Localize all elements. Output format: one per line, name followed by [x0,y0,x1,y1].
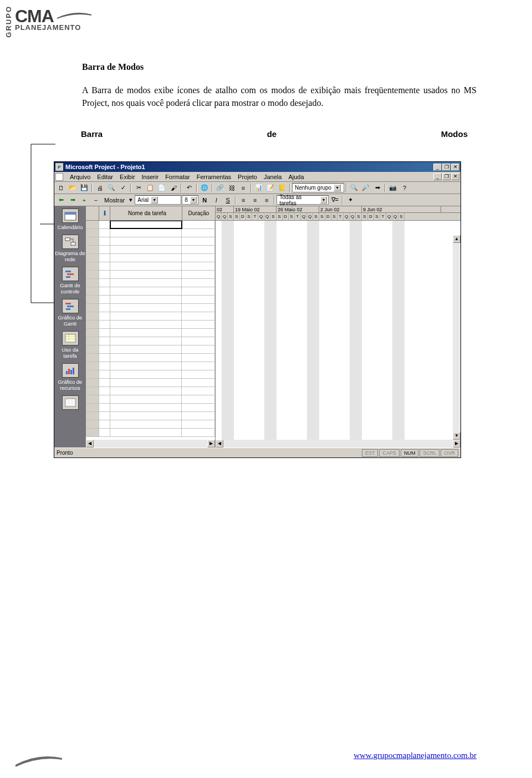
scroll-right-button[interactable]: ▶ [207,440,215,448]
duration-header[interactable]: Duração [182,206,216,220]
view-uso-tarefa[interactable]: Uso da tarefa [54,331,86,359]
table-row[interactable] [86,254,215,262]
zoom-out-button[interactable]: 🔎 [360,183,371,193]
table-row[interactable] [86,370,215,379]
outdent-button[interactable]: ⬅ [55,195,66,205]
task-table[interactable] [86,221,216,448]
table-row[interactable] [86,229,215,237]
menu-ferramentas[interactable]: Ferramentas [193,174,234,180]
table-row[interactable] [86,312,215,321]
doc-minimize-button[interactable]: _ [433,173,442,180]
table-row[interactable] [86,395,215,404]
table-row[interactable] [86,412,215,420]
paste-button[interactable]: 📄 [156,183,167,193]
table-row[interactable] [86,387,215,395]
table-row[interactable] [86,221,215,229]
table-row[interactable] [86,262,215,271]
copy-button[interactable]: 📋 [145,183,156,193]
view-more[interactable] [54,395,86,411]
hide-subtasks-button[interactable]: − [90,195,101,205]
menu-projeto[interactable]: Projeto [234,174,260,180]
show-dropdown[interactable]: ▾ [127,195,134,205]
spellcheck-button[interactable]: ✓ [117,183,129,193]
table-row[interactable] [86,354,215,362]
info-button[interactable]: 📊 [253,183,264,193]
notes-button[interactable]: 📝 [265,183,276,193]
new-button[interactable]: 🗋 [55,183,66,193]
table-row[interactable] [86,329,215,337]
table-row[interactable] [86,429,215,437]
view-grafico-recursos[interactable]: Gráfico de recursos [54,363,86,391]
menu-exibir[interactable]: Exibir [116,174,139,180]
table-row[interactable] [86,345,215,354]
menu-ajuda[interactable]: Ajuda [285,174,307,180]
scroll-left-button-2[interactable]: ◀ [216,440,223,448]
vertical-scrollbar[interactable]: ▲ ▼ [453,235,461,440]
underline-button[interactable]: S [222,195,233,205]
view-diagrama-rede[interactable]: Diagrama de rede [54,235,86,262]
align-center-button[interactable]: ≡ [249,195,260,205]
indent-button[interactable]: ➡ [67,195,78,205]
open-button[interactable]: 📂 [67,183,78,193]
table-row[interactable] [86,296,215,304]
group-combo[interactable]: Nenhum grupo▼ [292,183,344,192]
table-row[interactable] [86,237,215,246]
print-button[interactable]: 🖨 [94,183,105,193]
goto-button[interactable]: ➡ [372,183,383,193]
font-size-combo[interactable]: 8▼ [182,195,198,205]
cut-button[interactable]: ✂ [133,183,144,193]
filter-combo[interactable]: Todas as tarefas▼ [277,195,329,205]
row-number-header[interactable] [86,206,99,220]
menu-editar[interactable]: Editar [94,174,116,180]
minimize-button[interactable]: _ [433,164,442,171]
table-row[interactable] [86,379,215,387]
doc-restore-button[interactable]: ❐ [442,173,451,180]
table-row[interactable] [86,337,215,345]
align-left-button[interactable]: ≡ [238,195,249,205]
table-row[interactable] [86,304,215,312]
undo-button[interactable]: ↶ [183,183,195,193]
hyperlink-button[interactable]: 🌐 [199,183,210,193]
scroll-up-button[interactable]: ▲ [453,235,461,243]
table-row[interactable] [86,362,215,370]
table-row[interactable] [86,246,215,254]
print-preview-button[interactable]: 🔍 [106,183,117,193]
view-gantt-controle[interactable]: Gantt de controle [54,267,86,294]
font-combo[interactable]: Arial▼ [135,195,181,205]
menu-inserir[interactable]: Inserir [139,174,162,180]
view-grafico-gantt[interactable]: Gráfico de Gantt [54,299,86,327]
bold-button[interactable]: N [199,195,210,205]
scroll-left-button[interactable]: ◀ [86,440,94,448]
italic-button[interactable]: I [211,195,222,205]
assign-button[interactable]: 📒 [277,183,288,193]
autofilter-button[interactable]: ∇= [329,195,340,205]
copy-picture-button[interactable]: 📷 [387,183,398,193]
scroll-right-button-2[interactable]: ▶ [453,440,461,448]
format-painter-button[interactable]: 🖌 [168,183,179,193]
unlink-button[interactable]: ⛓ [226,183,237,193]
zoom-in-button[interactable]: 🔍 [349,183,360,193]
footer-link[interactable]: www.grupocmaplanejamento.com.br [354,751,477,760]
table-row[interactable] [86,420,215,429]
close-button[interactable]: ✕ [451,164,459,171]
scroll-down-button[interactable]: ▼ [453,432,461,440]
info-column-header[interactable] [99,206,110,220]
menu-janela[interactable]: Janela [260,174,285,180]
align-right-button[interactable]: ≡ [261,195,272,205]
table-row[interactable] [86,404,215,412]
gantt-chart-area[interactable] [216,221,461,448]
table-row[interactable] [86,271,215,279]
view-calendario[interactable]: Calendário [54,209,86,230]
table-row[interactable] [86,287,215,296]
doc-close-button[interactable]: ✕ [451,173,459,180]
save-button[interactable]: 💾 [79,183,90,193]
link-button[interactable]: 🔗 [214,183,226,193]
table-row[interactable] [86,279,215,287]
split-button[interactable]: ≡ [238,183,249,193]
task-name-header[interactable]: Nome da tarefa [110,206,182,220]
show-subtasks-button[interactable]: + [79,195,90,205]
help-button[interactable]: ? [399,183,410,193]
gantt-wizard-button[interactable]: ✦ [345,195,356,205]
table-row[interactable] [86,321,215,329]
menu-arquivo[interactable]: Arquivo [66,174,94,180]
